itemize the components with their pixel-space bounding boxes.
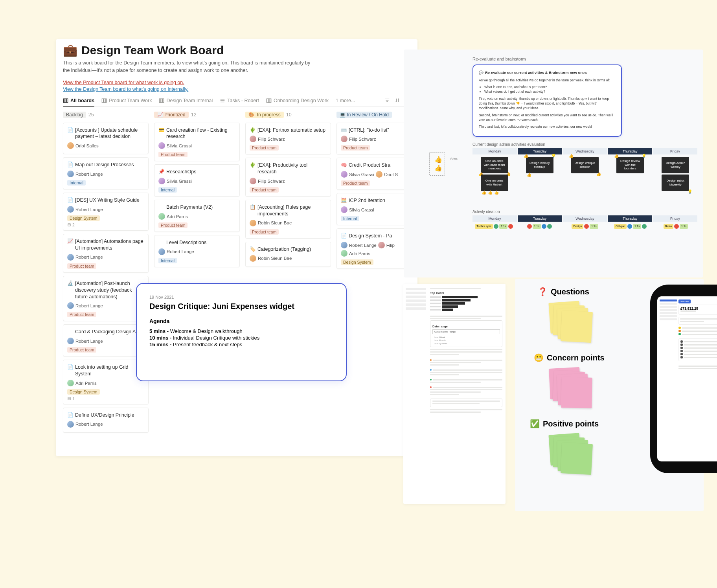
board-card[interactable]: 📄Map out Design ProcessesRobert LangeInt… [63, 157, 149, 189]
miro-brainstorm-panel: Re-evaluate and brainstorm 💬Re-evaluate … [404, 50, 703, 277]
option-last-quarter[interactable]: Last Quarter [432, 342, 500, 345]
idea-chip[interactable]: 1:1s [590, 224, 598, 229]
select-custom-range[interactable]: Custom Date Range [432, 329, 500, 334]
board-card[interactable]: Batch Payments (V2)Adri ParrisProduct te… [154, 200, 240, 232]
balance-card[interactable]: £73,832.25 [678, 305, 717, 315]
card-type-icon: 🌵 [250, 162, 255, 175]
sticky-note[interactable]: One on ones with Robert👍👍👍 [481, 175, 508, 191]
sticky-stack-concerns[interactable] [550, 368, 593, 407]
board-card[interactable]: 🌵[EXA]: Productivity tool researchFilip … [245, 158, 331, 197]
board-card[interactable]: Level DescriptionsRobert LangeInternal [154, 235, 240, 267]
question-icon: ❓ [538, 287, 548, 296]
assignee-name: Robin Sieun Bae [258, 256, 292, 261]
card-type-icon: ⌨️ [341, 127, 346, 134]
card-tag: Internal [67, 180, 86, 186]
idea-chip[interactable]: Retro [664, 224, 673, 229]
board-card[interactable]: 📈[Automation] Automations page UI improv… [63, 234, 149, 273]
tab-more[interactable]: 1 more... [336, 98, 355, 103]
sticky-stack-positives[interactable] [550, 434, 593, 473]
sticky-stack-questions[interactable] [550, 302, 593, 341]
column-header[interactable]: 📈 Prioritized12 [154, 112, 240, 118]
doc-card-date-range: Date range Custom Date Range Last Week L… [430, 320, 502, 347]
board-card[interactable]: 📄Define UX/Design PrincipleRobert Lange [63, 408, 149, 433]
svg-rect-2 [67, 99, 68, 103]
brainstorm-note[interactable]: 💬Re-evaluate our current activities & Br… [472, 64, 622, 137]
grimace-icon: 😬 [534, 353, 544, 362]
card-type-icon: 📄 [67, 127, 73, 140]
avatar [158, 178, 165, 184]
sort-icon[interactable] [395, 97, 400, 104]
tab-onboarding-design-work[interactable]: Onboarding Design Work [266, 98, 329, 103]
sticky-note[interactable]: Design Admin weekly [662, 157, 689, 173]
idea-chip[interactable]: Design [572, 224, 583, 229]
idea-chip[interactable]: Tactics sync [475, 224, 493, 229]
link-product-team-board[interactable]: View the Product Team board for what wor… [63, 80, 184, 85]
subtask-count: 2 [67, 222, 144, 227]
assignee-name: Robert Lange [349, 243, 377, 248]
sticky-note[interactable]: Design critique session👍👍 [571, 157, 599, 173]
board-card[interactable]: 💳Card creation flow - Existing researchS… [154, 123, 240, 162]
tab-design-team-internal[interactable]: Design Team Internal [159, 98, 213, 103]
avatar [158, 142, 165, 149]
weekday-header-2: Monday Tuesday Wednesday Thursday Friday [472, 215, 697, 222]
check-icon: ✅ [530, 419, 540, 428]
card-type-icon: 🏷️ [250, 246, 255, 253]
board-card[interactable]: 📄[Accounts ] Update schedule payment – l… [63, 123, 149, 154]
design-critique-card[interactable]: 19 Nov 2021 Design Critique: Juni Expens… [136, 283, 347, 381]
fb-label-concerns: 😬Concern points [534, 353, 616, 362]
card-type-icon: 💳 [158, 127, 164, 140]
option-last-week[interactable]: Last Week [432, 336, 500, 339]
idea-chip[interactable]: 1:1s [680, 224, 688, 229]
svg-rect-4 [104, 99, 105, 103]
card-tag: Internal [158, 258, 177, 263]
board-card[interactable]: 📋[Accounting] Rules page improvementsRob… [245, 200, 331, 239]
column-header[interactable]: 🎨. In progress10 [245, 112, 331, 118]
board-icon [63, 98, 68, 103]
card-type-icon: 📄 [67, 162, 73, 168]
fb-label-questions: ❓Questions [538, 287, 620, 296]
sticky-note[interactable]: Design review with the founders👍💡 [616, 157, 644, 173]
filter-icon[interactable] [384, 97, 390, 104]
option-last-month[interactable]: Last Month [432, 339, 500, 342]
board-card[interactable]: 📄[DES] UX Writing Style GuideRobert Lang… [63, 193, 149, 231]
idea-chip[interactable]: 1:1s [499, 224, 507, 229]
card-tag: Product team [250, 187, 279, 193]
avatar [250, 220, 256, 226]
tab-product-team-work[interactable]: Product Team Work [101, 98, 152, 103]
assignee-name: Robert Lange [75, 255, 103, 259]
link-design-team-board[interactable]: View the Design Team board to what's goi… [63, 86, 188, 92]
svg-rect-12 [267, 99, 268, 103]
sticky-note[interactable]: Design retro, biweekly💡 [662, 175, 689, 191]
speech-icon: 💬 [479, 70, 484, 75]
card-tag: Internal [158, 187, 177, 193]
board-icon [101, 98, 107, 103]
avatar [250, 178, 256, 184]
card-type-icon: 📄 [67, 364, 73, 377]
device-sidebar [660, 300, 677, 370]
assignee-name: Oriol Salles [75, 143, 99, 148]
assignee-name: Robert Lange [75, 207, 103, 212]
tab-all-boards[interactable]: All boards [63, 98, 94, 107]
column-header[interactable]: Backlog25 [63, 112, 149, 118]
board-column: 📈 Prioritized12💳Card creation flow - Exi… [154, 112, 240, 436]
avatar [67, 338, 74, 344]
day-friday: Friday [653, 148, 697, 154]
idea-chip[interactable]: Critique [614, 224, 627, 229]
idea-chip[interactable]: 1:1s [533, 224, 541, 229]
board-card[interactable]: 🌵[EXA]: Fortnox automatic setupFilip Sch… [245, 123, 331, 155]
votes-frame: 👍 👍 [429, 152, 445, 176]
sticky-note[interactable]: One on ones with each team members👍👍 [481, 157, 508, 173]
svg-rect-5 [105, 99, 107, 103]
card-type-icon: 📈 [67, 238, 73, 252]
avatar [250, 136, 256, 142]
idea-chip[interactable]: 1:1s [633, 224, 641, 229]
avatar [158, 248, 165, 255]
sticky-note[interactable]: Design weekly standup👍💡👍 [526, 157, 553, 173]
board-card[interactable]: 🏷️Categorization (Tagging)Robin Sieun Ba… [245, 242, 331, 267]
board-card[interactable]: 📌ResearchOpsSilvia GrassiInternal [154, 164, 240, 197]
card-tag: Product team [341, 180, 370, 186]
avatar [67, 142, 74, 149]
avatar [376, 171, 382, 178]
avatar [378, 242, 385, 248]
tab-tasks-robert[interactable]: Tasks - Robert [220, 98, 259, 103]
